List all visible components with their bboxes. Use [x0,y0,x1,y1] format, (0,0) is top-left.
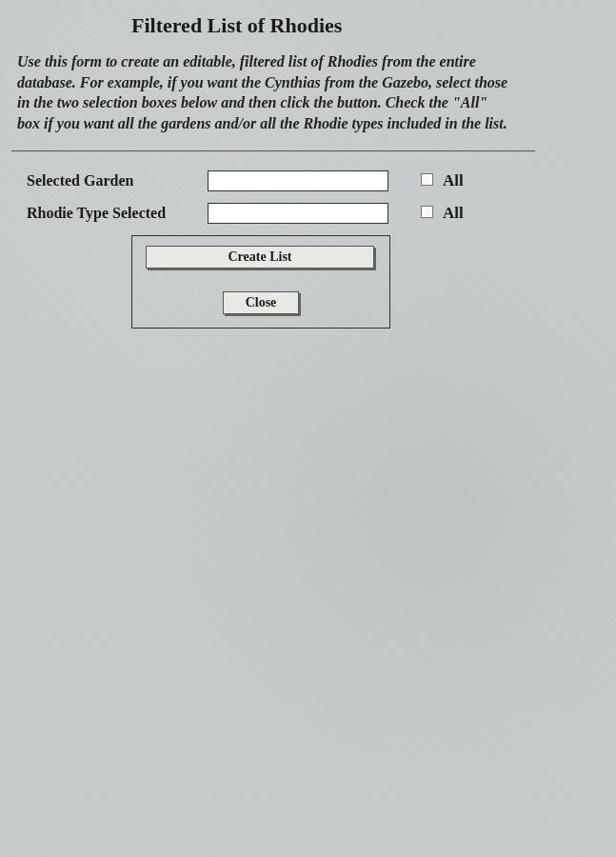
checkbox-garden-all[interactable] [421,173,433,186]
input-rhodie-type[interactable] [208,203,388,224]
label-rhodie-type: Rhodie Type Selected [27,205,208,222]
close-button[interactable]: Close [223,291,299,314]
form-area: Selected Garden All Rhodie Type Selected… [0,151,616,329]
label-selected-garden: Selected Garden [27,172,208,189]
label-rhodie-all: All [443,204,464,223]
page-title: Filtered List of Rhodies [0,0,616,38]
input-selected-garden[interactable] [208,170,388,191]
instructions-text: Use this form to create an editable, fil… [0,38,538,133]
checkbox-rhodie-all[interactable] [421,206,433,218]
row-selected-garden: Selected Garden All [27,170,616,191]
create-list-button[interactable]: Create List [146,246,374,269]
label-garden-all: All [443,171,464,190]
row-rhodie-type: Rhodie Type Selected All [27,203,616,224]
button-panel: Create List Close [131,235,390,329]
